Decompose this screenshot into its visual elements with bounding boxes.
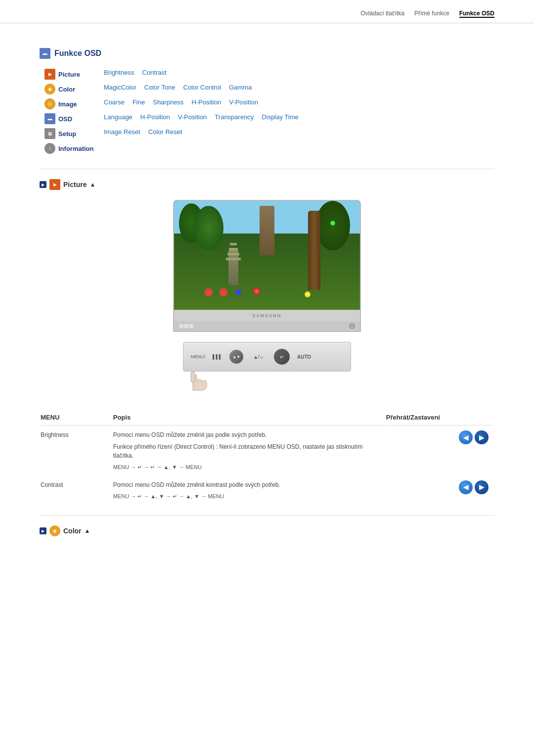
osd-icon: ▬ [40, 48, 50, 59]
picture-label: Picture [58, 71, 80, 78]
tree-trunk [308, 211, 320, 290]
divider-2 [40, 515, 494, 516]
remote-separator: ▲/☼ [253, 354, 264, 360]
section-title-funkce-osd: ▬ Funkce OSD [40, 48, 494, 59]
menu-colortone[interactable]: Color Tone [144, 84, 176, 91]
table-row-brightness: Brightness Pomocí menu OSD můžete změnit… [41, 426, 493, 475]
picture-arrow-up: ▲ [89, 181, 95, 188]
menu-row-picture: ▶ Picture Brightness Contrast [44, 69, 494, 80]
menu-brightness[interactable]: Brightness [104, 69, 134, 76]
contrast-path: MENU → ↵ → ▲, ▼ → ↵ → ▲, ▼ → MENU [113, 492, 380, 501]
osd-cat-icon: ▬ [44, 113, 55, 124]
category-picture: ▶ Picture [44, 69, 104, 80]
menu-coarse[interactable]: Coarse [104, 98, 125, 106]
nav-funkce-osd[interactable]: Funkce OSD [459, 10, 494, 18]
color-nav-icon: ▶ [40, 527, 46, 534]
category-color: ◉ Color [44, 84, 104, 94]
remote-menu-label: MENU/ [191, 354, 205, 359]
menu-transparency[interactable]: Transparency [215, 113, 254, 121]
remote-container: MENU/ ▌▌▌ ▲▼ ▲/☼ ↵ AUTO [40, 342, 494, 399]
remote-arrows-btn[interactable]: ▲▼ [229, 350, 243, 364]
color-icon: ◉ [44, 84, 55, 94]
control-table: MENU Popis Přehrát/Zastavení Brightness … [40, 409, 494, 505]
menu-row-image: ◎ Image Coarse Fine Sharpness H-Position… [44, 98, 494, 109]
osd-label: OSD [58, 115, 72, 123]
remote-auto-label: AUTO [297, 354, 311, 360]
menu-colorcontrol[interactable]: Color Control [183, 84, 221, 91]
color-items: MagicColor Color Tone Color Control Gamm… [104, 84, 494, 91]
category-information: i Information [44, 143, 104, 154]
menu-contrast[interactable]: Contrast [142, 69, 166, 76]
power-button[interactable] [349, 323, 355, 329]
row-brightness-btns: ◀ ▶ [386, 426, 493, 475]
monitor-display: SAMSUNG ⬜⬜⬜ [173, 200, 361, 332]
picture-icon: ▶ [44, 69, 55, 80]
table-header-popis: Popis [113, 410, 385, 425]
nav-ovladaci[interactable]: Ovládací tlačítka [360, 10, 404, 18]
main-content: ▬ Funkce OSD ▶ Picture Brightness Contra… [0, 38, 534, 546]
setup-icon: ▦ [44, 128, 55, 139]
menu-language[interactable]: Language [104, 113, 133, 121]
row-brightness-label: Brightness [41, 426, 112, 475]
menu-displaytime[interactable]: Display Time [262, 113, 298, 121]
setup-label: Setup [58, 130, 76, 138]
section-heading: Funkce OSD [54, 49, 101, 58]
svg-rect-0 [191, 372, 195, 382]
info-icon: i [44, 143, 55, 154]
flowers [199, 285, 248, 300]
category-osd: ▬ OSD [44, 113, 104, 124]
nav-prime[interactable]: Přímé funkce [414, 10, 449, 18]
hand-cursor-icon [183, 367, 213, 391]
menu-fine[interactable]: Fine [133, 98, 145, 106]
contrast-btn-next[interactable]: ▶ [475, 480, 489, 494]
pagoda [228, 250, 238, 285]
picture-section-label: Picture [63, 181, 87, 189]
row-brightness-desc: Pomocí menu OSD můžete změnit jas podle … [113, 426, 385, 475]
menu-vposition-osd[interactable]: V-Position [178, 113, 207, 121]
menu-row-color: ◉ Color MagicColor Color Tone Color Cont… [44, 84, 494, 94]
setup-items: Image Reset Color Reset [104, 128, 494, 136]
menu-hposition-osd[interactable]: H-Position [140, 113, 170, 121]
divider-1 [40, 169, 494, 169]
monitor-brand: SAMSUNG [174, 310, 360, 321]
color-arrow-up: ▲ [85, 527, 90, 534]
image-items: Coarse Fine Sharpness H-Position V-Posit… [104, 98, 494, 106]
brightness-btn-prev[interactable]: ◀ [459, 430, 473, 444]
table-header-play: Přehrát/Zastavení [386, 410, 493, 425]
contrast-btn-prev[interactable]: ◀ [459, 480, 473, 494]
brightness-btn-circles: ◀ ▶ [386, 430, 489, 444]
color-label: Color [58, 86, 75, 93]
brightness-desc1: Pomocí menu OSD můžete změnit jas podle … [113, 430, 380, 439]
menu-imagereset[interactable]: Image Reset [104, 128, 140, 136]
monitor-ctrl-text: ⬜⬜⬜ [179, 324, 194, 329]
menu-sharpness[interactable]: Sharpness [153, 98, 183, 106]
menu-table: ▶ Picture Brightness Contrast ◉ Color Ma… [44, 69, 494, 154]
top-navigation: Ovládací tlačítka Přímé funkce Funkce OS… [0, 0, 534, 23]
monitor-screen [174, 201, 360, 310]
menu-row-setup: ▦ Setup Image Reset Color Reset [44, 128, 494, 139]
image-label: Image [58, 100, 77, 108]
table-row-contrast: Contrast Pomocí menu OSD můžete změnit k… [41, 476, 493, 505]
row-contrast-label: Contrast [41, 476, 112, 505]
menu-row-information: i Information [44, 143, 494, 154]
nav-icon-small: ▶ [40, 181, 46, 188]
menu-hposition-img[interactable]: H-Position [191, 98, 221, 106]
menu-colorreset[interactable]: Color Reset [148, 128, 182, 136]
remote-enter-btn[interactable]: ↵ [274, 349, 290, 365]
category-image: ◎ Image [44, 98, 104, 109]
menu-magiccolor[interactable]: MagicColor [104, 84, 136, 91]
brightness-btn-next[interactable]: ▶ [475, 430, 489, 444]
color-section-header: ▶ ◉ Color ▲ [40, 525, 494, 536]
information-label: Information [58, 145, 94, 152]
category-setup: ▦ Setup [44, 128, 104, 139]
picture-section-header: ▶ ▶ Picture ▲ [40, 179, 494, 190]
image-icon: ◎ [44, 98, 55, 109]
color-section-label: Color [63, 527, 82, 535]
menu-gamma[interactable]: Gamma [229, 84, 252, 91]
hand-cursor-area [183, 367, 213, 391]
contrast-desc1: Pomocí menu OSD můžete změnit kontrast p… [113, 480, 380, 489]
contrast-btn-circles: ◀ ▶ [386, 480, 489, 494]
menu-vposition-img[interactable]: V-Position [229, 98, 258, 106]
brightness-desc2: Funkce přímého řízení (Direct Control) :… [113, 442, 380, 460]
table-header-menu: MENU [41, 410, 112, 425]
